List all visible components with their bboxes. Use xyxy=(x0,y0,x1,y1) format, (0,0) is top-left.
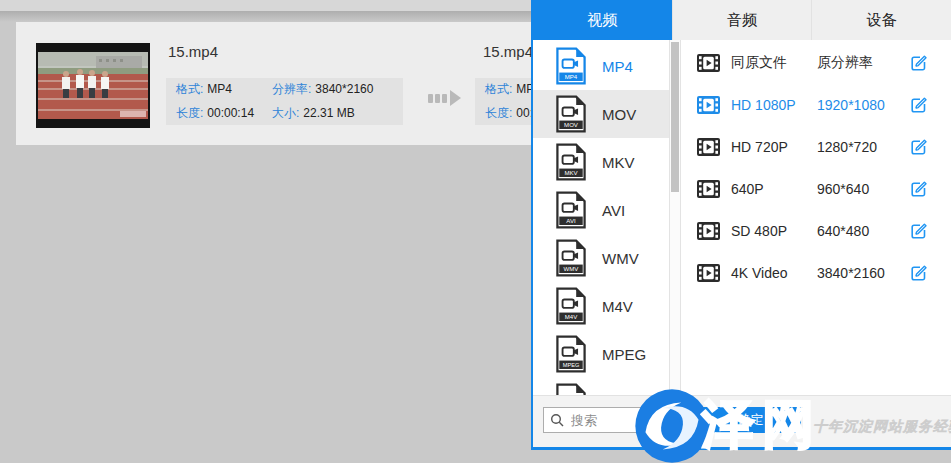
format-label: 格式: xyxy=(176,82,203,96)
format-value: MP4 xyxy=(207,82,232,96)
duration-label: 长度: xyxy=(176,106,203,120)
preset-name: SD 480P xyxy=(731,223,817,239)
search-box[interactable] xyxy=(543,407,673,433)
format-item-partial[interactable] xyxy=(533,378,669,396)
output-file-title: 15.mp4 xyxy=(483,43,533,60)
tab-device[interactable]: 设备 xyxy=(811,0,951,40)
panel-footer: 确定 xyxy=(533,395,951,447)
preset-row-4k[interactable]: 4K Video 3840*2160 xyxy=(681,252,951,294)
svg-text:MKV: MKV xyxy=(564,169,578,176)
preset-name: HD 1080P xyxy=(731,97,817,113)
format-label: MPEG xyxy=(602,346,646,363)
svg-text:MP4: MP4 xyxy=(565,73,578,80)
duration-value: 00:00:14 xyxy=(207,106,254,120)
source-meta-box: 格式:MP4 分辨率:3840*2160 长度:00:00:14 大小:22.3… xyxy=(166,78,403,125)
file-format-icon: M4V xyxy=(556,287,586,325)
confirm-button[interactable]: 确定 xyxy=(700,407,801,433)
tab-audio[interactable]: 音频 xyxy=(672,0,812,40)
format-item-avi[interactable]: AVI AVI xyxy=(533,186,669,234)
format-label: 格式: xyxy=(485,82,512,96)
source-file-title: 15.mp4 xyxy=(168,43,218,60)
preset-row-hd720p[interactable]: HD 720P 1280*720 xyxy=(681,126,951,168)
format-list: MP4 MP4 MOV MOV xyxy=(533,40,669,396)
file-row: 15.mp4 格式:MP4 分辨率:3840*2160 长度:00:00:14 … xyxy=(16,22,576,145)
filmstrip-icon xyxy=(697,96,720,114)
format-item-mov[interactable]: MOV MOV xyxy=(533,90,669,138)
preset-name: 同原文件 xyxy=(731,54,817,72)
preset-list: 同原文件 原分辨率 HD 1080P xyxy=(681,40,951,396)
preset-resolution: 640*480 xyxy=(817,223,869,239)
preset-name: HD 720P xyxy=(731,139,817,155)
preset-resolution: 原分辨率 xyxy=(817,54,873,72)
file-format-icon: AVI xyxy=(556,191,586,229)
svg-text:MOV: MOV xyxy=(564,121,579,128)
file-format-icon: MKV xyxy=(556,143,586,181)
preset-name: 640P xyxy=(731,181,817,197)
filmstrip-icon xyxy=(697,54,720,72)
format-item-m4v[interactable]: M4V M4V xyxy=(533,282,669,330)
preset-row-original[interactable]: 同原文件 原分辨率 xyxy=(681,42,951,84)
filmstrip-icon xyxy=(697,180,720,198)
filmstrip-icon xyxy=(697,264,720,282)
video-thumbnail[interactable] xyxy=(36,43,150,128)
format-item-wmv[interactable]: WMV WMV xyxy=(533,234,669,282)
format-item-mp4[interactable]: MP4 MP4 xyxy=(533,42,669,90)
size-value: 22.31 MB xyxy=(303,106,354,120)
format-label: MKV xyxy=(602,154,635,171)
format-item-mkv[interactable]: MKV MKV xyxy=(533,138,669,186)
format-label: AVI xyxy=(602,202,625,219)
format-label: WMV xyxy=(602,250,639,267)
edit-preset-icon[interactable] xyxy=(909,179,929,199)
preset-row-640p[interactable]: 640P 960*640 xyxy=(681,168,951,210)
panel-tabs: 视频 音频 设备 xyxy=(533,0,951,40)
search-input[interactable] xyxy=(569,412,663,429)
preset-row-sd480p[interactable]: SD 480P 640*480 xyxy=(681,210,951,252)
duration-label: 长度: xyxy=(485,106,512,120)
preset-name: 4K Video xyxy=(731,265,817,281)
format-label: M4V xyxy=(602,298,633,315)
resolution-label: 分辨率: xyxy=(272,82,311,96)
file-format-icon: WMV xyxy=(556,239,586,277)
resolution-value: 3840*2160 xyxy=(315,82,373,96)
edit-preset-icon[interactable] xyxy=(909,137,929,157)
panel-body: MP4 MP4 MOV MOV xyxy=(533,40,951,396)
edit-preset-icon[interactable] xyxy=(909,263,929,283)
file-format-icon: MP4 xyxy=(556,47,586,85)
svg-text:M4V: M4V xyxy=(565,313,578,320)
svg-text:WMV: WMV xyxy=(564,265,580,272)
preset-row-hd1080p[interactable]: HD 1080P 1920*1080 xyxy=(681,84,951,126)
edit-preset-icon[interactable] xyxy=(909,221,929,241)
filmstrip-icon xyxy=(697,222,720,240)
preset-resolution: 960*640 xyxy=(817,181,869,197)
svg-text:MPEG: MPEG xyxy=(563,362,580,368)
format-list-scrollbar[interactable] xyxy=(669,40,681,396)
svg-text:AVI: AVI xyxy=(566,217,576,224)
preset-resolution: 1280*720 xyxy=(817,139,877,155)
tab-video[interactable]: 视频 xyxy=(533,0,672,40)
format-label: MOV xyxy=(602,106,636,123)
format-item-mpeg[interactable]: MPEG MPEG xyxy=(533,330,669,378)
preset-resolution: 1920*1080 xyxy=(817,97,885,113)
size-label: 大小: xyxy=(272,106,299,120)
scrollbar-thumb[interactable] xyxy=(671,42,679,192)
convert-arrow-icon xyxy=(428,90,461,106)
format-panel: 视频 音频 设备 MP4 MP4 xyxy=(531,0,951,450)
file-format-icon: MPEG xyxy=(556,335,586,373)
edit-preset-icon[interactable] xyxy=(909,95,929,115)
filmstrip-icon xyxy=(697,138,720,156)
file-format-icon: MOV xyxy=(556,95,586,133)
search-icon xyxy=(550,413,564,427)
edit-preset-icon[interactable] xyxy=(909,53,929,73)
format-label: MP4 xyxy=(602,58,633,75)
app-window: 15.mp4 格式:MP4 分辨率:3840*2160 长度:00:00:14 … xyxy=(0,0,951,463)
preset-resolution: 3840*2160 xyxy=(817,265,885,281)
